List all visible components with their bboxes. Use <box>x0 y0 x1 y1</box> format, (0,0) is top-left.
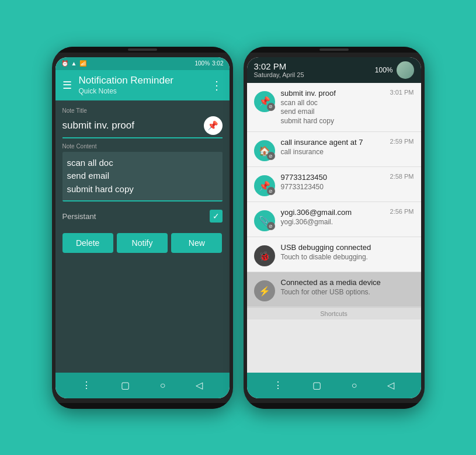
notification-item-4[interactable]: 📎 ⊘ yogi.306@gmail.com 2:56 PM yogi.306@… <box>247 202 421 237</box>
note-content-area[interactable]: scan all docsend emailsubmit hard copy <box>62 152 223 202</box>
sub-icon-symbol-1: ⊘ <box>269 104 273 109</box>
right-nav-circle-icon[interactable]: ○ <box>352 380 357 391</box>
notif-icon-container-4: 📎 ⊘ <box>254 209 275 230</box>
notif-content-3: 97733123450 2:58 PM 97733123450 <box>281 173 414 192</box>
note-title-row: 📌 <box>62 116 223 138</box>
note-content-label: Note Content <box>62 143 223 150</box>
right-phone-top-bar <box>244 47 425 53</box>
right-status-bar: 3:02 PM Saturday, April 25 100% <box>247 57 421 83</box>
notification-list: 📌 ⊘ submit inv. proof 3:01 PM scan all d… <box>247 83 421 373</box>
notif-time-3: 2:58 PM <box>390 173 414 180</box>
notif-icon-container-6: ⚡ <box>254 279 275 300</box>
new-button[interactable]: New <box>171 233 222 253</box>
app-bar: ☰ Notification Reminder Quick Notes ⋮ <box>55 70 230 100</box>
wifi-icon: ▲ <box>71 60 77 67</box>
notif-content-5: USB debugging connected Touch to disable… <box>281 243 414 262</box>
debug-icon-5: 🐞 <box>259 251 270 262</box>
right-nav-square-icon[interactable]: ▢ <box>312 380 321 391</box>
delete-button[interactable]: Delete <box>62 233 113 253</box>
left-status-bar: ⏰ ▲ 📶 100% 3:02 <box>55 57 230 70</box>
left-phone: ⏰ ▲ 📶 100% 3:02 ☰ Notification Reminder … <box>52 47 233 409</box>
more-options-icon[interactable]: ⋮ <box>211 78 223 92</box>
phone-bottom-bar <box>52 403 233 409</box>
notif-title-1: submit inv. proof <box>281 89 385 98</box>
note-content-group: Note Content scan all docsend emailsubmi… <box>62 143 223 202</box>
notif-icon-container-5: 🐞 <box>254 244 275 265</box>
notif-body-1: scan all docsend emailsubmit hard copy <box>281 99 414 126</box>
status-time: 3:02 <box>212 60 223 67</box>
notif-title-row-6: Connected as a media device <box>281 278 414 287</box>
notif-content-2: call insurance agent at 7 2:59 PM call i… <box>281 138 414 157</box>
note-title-label: Note Title <box>62 107 223 114</box>
note-title-group: Note Title 📌 <box>62 107 223 138</box>
usb-icon-6: ⚡ <box>259 286 270 297</box>
alarm-icon: ⏰ <box>61 60 68 67</box>
nav-circle-icon[interactable]: ○ <box>160 380 166 391</box>
notif-content-4: yogi.306@gmail.com 2:56 PM yogi.306@gmai… <box>281 208 414 227</box>
notif-icon-container-1: 📌 ⊘ <box>254 90 275 111</box>
check-icon: ✓ <box>213 211 220 221</box>
notif-sub-icon-3: ⊘ <box>267 187 275 195</box>
avatar <box>397 61 414 79</box>
note-title-input[interactable] <box>62 120 200 131</box>
notif-title-row-2: call insurance agent at 7 2:59 PM <box>281 138 414 147</box>
left-phone-screen: ⏰ ▲ 📶 100% 3:02 ☰ Notification Reminder … <box>55 57 230 398</box>
notif-title-6: Connected as a media device <box>281 278 414 287</box>
notif-body-2: call insurance <box>281 148 414 157</box>
notify-button[interactable]: Notify <box>117 233 168 253</box>
notif-title-row-3: 97733123450 2:58 PM <box>281 173 414 182</box>
sub-icon-symbol-3: ⊘ <box>269 189 273 194</box>
menu-icon[interactable]: ☰ <box>62 79 72 92</box>
notif-content-6: Connected as a media device Touch for ot… <box>281 278 414 297</box>
notification-item-1[interactable]: 📌 ⊘ submit inv. proof 3:01 PM scan all d… <box>247 83 421 133</box>
notif-body-5: Touch to disable debugging. <box>281 253 414 262</box>
notif-sub-icon-2: ⊘ <box>267 152 275 160</box>
right-phone-speaker <box>319 48 349 51</box>
left-nav-bar: ⋮ ▢ ○ ◁ <box>55 373 230 398</box>
right-phone: 3:02 PM Saturday, April 25 100% 📌 <box>244 47 425 409</box>
phone-top-bar <box>52 47 233 53</box>
notif-sub-icon-4: ⊘ <box>267 222 275 230</box>
notif-body-6: Touch for other USB options. <box>281 288 414 297</box>
persistant-checkbox[interactable]: ✓ <box>210 210 223 223</box>
shortcuts-label: Shortcuts <box>320 310 347 317</box>
notif-time-4: 2:56 PM <box>390 208 414 215</box>
notif-body-3: 97733123450 <box>281 183 414 192</box>
right-status-left: 3:02 PM Saturday, April 25 <box>254 61 304 78</box>
notification-item-6[interactable]: ⚡ Connected as a media device Touch for … <box>247 272 421 307</box>
notification-item-2[interactable]: 🏠 ⊘ call insurance agent at 7 2:59 PM ca… <box>247 132 421 167</box>
sub-icon-symbol-4: ⊘ <box>269 224 273 229</box>
app-title: Notification Reminder <box>79 75 211 86</box>
pin-button[interactable]: 📌 <box>204 116 223 135</box>
notif-title-row-1: submit inv. proof 3:01 PM <box>281 89 414 98</box>
notif-title-4: yogi.306@gmail.com <box>281 208 385 217</box>
phone-speaker <box>128 48 157 51</box>
notif-icon-5: 🐞 <box>254 245 275 266</box>
content-area: Note Title 📌 Note Content scan all docse… <box>55 100 230 373</box>
signal-icon: 📶 <box>79 60 86 67</box>
right-status-time: 3:02 PM <box>254 61 304 71</box>
notif-icon-container-2: 🏠 ⊘ <box>254 139 275 160</box>
notif-time-2: 2:59 PM <box>390 138 414 145</box>
persistant-row: Persistant ✓ <box>62 206 223 226</box>
nav-back-icon[interactable]: ◁ <box>196 380 203 391</box>
battery-percent: 100% <box>194 60 210 67</box>
right-nav-back-icon[interactable]: ◁ <box>387 380 394 391</box>
right-nav-dots-icon[interactable]: ⋮ <box>273 380 283 391</box>
nav-square-icon[interactable]: ▢ <box>121 380 130 391</box>
right-status-date: Saturday, April 25 <box>254 71 304 78</box>
shortcuts-bar: Shortcuts <box>247 307 421 319</box>
notification-item-5[interactable]: 🐞 USB debugging connected Touch to disab… <box>247 237 421 272</box>
notif-icon-container-3: 📌 ⊘ <box>254 174 275 195</box>
notif-title-5: USB debugging connected <box>281 243 414 252</box>
right-nav-bar: ⋮ ▢ ○ ◁ <box>247 373 421 398</box>
notification-item-3[interactable]: 📌 ⊘ 97733123450 2:58 PM 97733123450 <box>247 167 421 202</box>
nav-dots-icon[interactable]: ⋮ <box>82 380 91 391</box>
notif-time-1: 3:01 PM <box>390 89 414 96</box>
notif-sub-icon-1: ⊘ <box>267 103 275 111</box>
notif-content-1: submit inv. proof 3:01 PM scan all docse… <box>281 89 414 126</box>
notif-body-4: yogi.306@gmail. <box>281 218 414 227</box>
pin-icon: 📌 <box>207 120 218 131</box>
persistant-label: Persistant <box>62 212 96 221</box>
right-status-right: 100% <box>375 61 414 79</box>
